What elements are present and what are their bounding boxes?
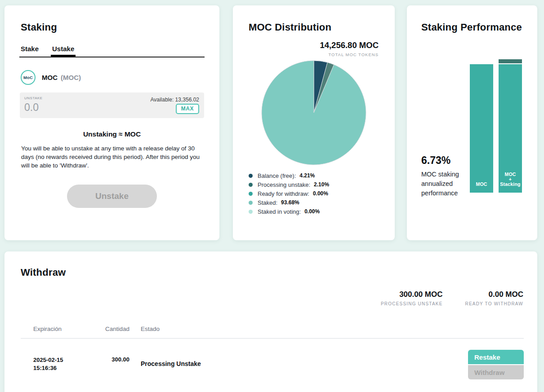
legend-label: Processing unstake:	[258, 181, 310, 188]
row-amount: 300.00	[85, 356, 129, 363]
unstake-description: You will be able to unstake at any time …	[21, 144, 203, 170]
bar-segment-stacking-extra	[499, 59, 522, 64]
tab-ustake[interactable]: Ustake	[51, 45, 76, 57]
column-header-expiracion: Expiración	[33, 326, 62, 332]
legend-item: Ready for withdraw:0.00%	[249, 189, 395, 198]
legend-dot-icon	[249, 183, 253, 187]
unstake-button[interactable]: Unstake	[67, 185, 157, 208]
unstake-amount-box: UNSTAKE Available: 13,356.02 MAX	[20, 92, 204, 118]
legend-value: 0.00%	[304, 208, 320, 215]
total-tokens-label: TOTAL MOC TOKENS	[233, 52, 379, 57]
performance-bar-chart: MOCMOC+Stacking	[407, 58, 537, 193]
table-divider	[21, 338, 524, 339]
row-expiration-time: 15:16:36	[33, 364, 63, 372]
legend-label: Balance (free):	[258, 172, 296, 179]
token-row: MoC MOC (MOC)	[21, 70, 219, 85]
row-expiration: 2025-02-15 15:16:36	[33, 356, 63, 372]
processing-unstake-stat: 300.00 MOC PROCESSING UNSTAKE	[381, 290, 443, 306]
legend-item: Processing unstake:2.10%	[249, 180, 395, 189]
withdraw-title: Withdraw	[21, 267, 537, 278]
legend-label: Staked:	[258, 199, 277, 206]
legend-value: 0.00%	[313, 190, 328, 197]
processing-unstake-label: PROCESSING UNSTAKE	[381, 301, 443, 306]
withdraw-stats: 300.00 MOC PROCESSING UNSTAKE 0.00 MOC R…	[381, 290, 523, 306]
withdraw-card: Withdraw 300.00 MOC PROCESSING UNSTAKE 0…	[4, 251, 537, 392]
column-header-cantidad: Cantidad	[85, 326, 129, 332]
legend-label: Staked in voting:	[258, 208, 301, 215]
distribution-card: MOC Distribution 14,256.80 MOC TOTAL MOC…	[233, 5, 395, 240]
distribution-pie-chart	[261, 60, 367, 166]
processing-unstake-value: 300.00 MOC	[381, 290, 443, 299]
legend-item: Balance (free):4.21%	[249, 171, 395, 180]
legend-dot-icon	[249, 174, 253, 178]
staking-tabs: Stake Ustake	[19, 45, 205, 57]
row-expiration-date: 2025-02-15	[33, 356, 63, 364]
legend-dot-icon	[249, 201, 253, 205]
token-name: MOC	[42, 74, 58, 81]
legend-label: Ready for withdraw:	[258, 190, 309, 197]
legend-value: 4.21%	[299, 172, 315, 179]
ready-to-withdraw-stat: 0.00 MOC READY TO WITHDRAW	[465, 290, 523, 306]
tab-stake[interactable]: Stake	[19, 45, 40, 57]
legend-item: Staked in voting:0.00%	[249, 207, 395, 216]
total-tokens-value: 14,256.80 MOC	[233, 40, 379, 50]
legend-value: 2.10%	[314, 181, 329, 188]
token-symbol: (MOC)	[61, 74, 81, 81]
row-actions: Restake Withdraw	[468, 350, 524, 379]
ready-to-withdraw-label: READY TO WITHDRAW	[465, 301, 523, 306]
moc-token-icon: MoC	[21, 70, 36, 85]
row-status: Processing Unstake	[141, 360, 201, 367]
performance-title: Staking Performance	[421, 22, 537, 33]
withdraw-button[interactable]: Withdraw	[468, 365, 524, 379]
ready-to-withdraw-value: 0.00 MOC	[465, 290, 523, 299]
restake-button[interactable]: Restake	[468, 350, 524, 364]
staking-title: Staking	[21, 22, 219, 33]
column-header-estado: Estado	[141, 326, 160, 332]
unstake-summary: Unstaking ≈ MOC	[4, 130, 219, 138]
unstake-amount-input[interactable]	[24, 101, 92, 114]
distribution-legend: Balance (free):4.21%Processing unstake:2…	[249, 171, 395, 216]
bar-segment-base	[470, 64, 493, 193]
legend-dot-icon	[249, 210, 253, 214]
performance-bar-moc-stacking: MOC+Stacking	[499, 58, 522, 193]
total-tokens-block: 14,256.80 MOC TOTAL MOC TOKENS	[233, 40, 395, 57]
bar-label: MOC+Stacking	[499, 172, 522, 187]
staking-card: Staking Stake Ustake MoC MOC (MOC) UNSTA…	[4, 5, 219, 240]
performance-bar-moc: MOC	[470, 58, 493, 193]
legend-item: Staked:93.68%	[249, 198, 395, 207]
pie-slice-staked	[262, 61, 366, 165]
performance-card: Staking Performance 6.73% MOC staking an…	[407, 5, 537, 240]
legend-dot-icon	[249, 192, 253, 196]
max-button[interactable]: MAX	[176, 104, 199, 114]
available-balance: Available: 13,356.02	[150, 97, 199, 103]
bar-label: MOC	[470, 182, 493, 187]
legend-value: 93.68%	[281, 199, 299, 206]
distribution-title: MOC Distribution	[249, 22, 395, 33]
